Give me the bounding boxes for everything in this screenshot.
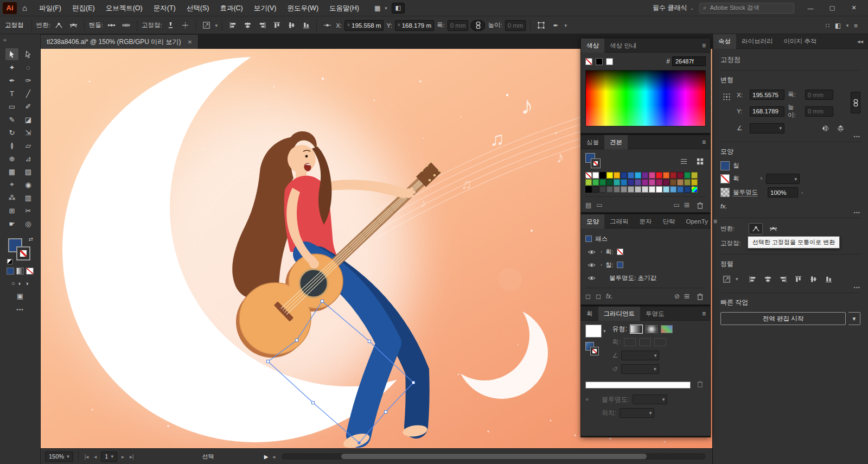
y-input[interactable]: ⇅168.179 m [395, 20, 434, 31]
fill-stroke-proxy[interactable] [585, 153, 602, 169]
swatch[interactable] [585, 179, 592, 186]
delete-swatch-icon[interactable] [694, 200, 706, 211]
swatch[interactable] [649, 179, 655, 186]
swatch[interactable] [691, 172, 698, 179]
align-bottom-icon[interactable] [823, 274, 835, 284]
caret-down-icon[interactable]: ▾ [603, 328, 606, 334]
link-dimensions-icon[interactable] [471, 20, 485, 31]
freeform-gradient-button[interactable] [661, 325, 673, 333]
swatch[interactable] [628, 172, 634, 179]
chevron-right-icon[interactable]: › [801, 190, 803, 195]
color-button[interactable] [7, 268, 14, 275]
more-options-icon[interactable]: ••• [854, 134, 860, 139]
stroke-along-button[interactable] [639, 338, 651, 346]
symbol-sprayer-tool[interactable]: ⁂ [5, 192, 18, 204]
stepper-icon[interactable]: ⇅ [347, 24, 350, 27]
white-swatch[interactable] [606, 58, 613, 65]
eye-icon[interactable] [585, 272, 597, 283]
swatch[interactable] [684, 186, 691, 193]
appearance-row-opacity[interactable]: 불투명도: 초기값 [585, 271, 706, 284]
height-input[interactable]: 0 mm [805, 106, 833, 117]
tab-색상[interactable]: 색상 [581, 39, 604, 53]
next-artboard-button[interactable]: ▸ [120, 454, 125, 460]
gradient-aspect-select[interactable]: ▾ [621, 364, 659, 374]
gradient-slider[interactable] [585, 382, 691, 389]
swatch[interactable] [599, 179, 606, 186]
stroke-within-button[interactable] [624, 338, 636, 346]
rotate-select[interactable]: ▾ [750, 123, 784, 134]
menu-파일(F)[interactable]: 파일(F) [34, 0, 67, 16]
stock-search-input[interactable]: ⌕ Adobe Stock 검색 [699, 3, 794, 14]
color-spectrum[interactable] [585, 70, 706, 126]
swatch[interactable] [642, 186, 648, 193]
swatch[interactable] [642, 172, 648, 179]
swatch[interactable] [607, 179, 613, 186]
paintbrush-tool[interactable]: ✐ [22, 100, 35, 112]
swatch[interactable] [670, 179, 676, 186]
swatch[interactable] [592, 179, 599, 186]
swatch[interactable] [635, 179, 641, 186]
align-center-icon[interactable] [762, 274, 774, 284]
gradient-angle-select[interactable]: ▾ [621, 351, 659, 360]
start-global-edit-button[interactable]: 전역 편집 시작 [720, 312, 846, 325]
panel-menu-icon[interactable]: ≡ [702, 310, 710, 317]
close-button[interactable]: ✕ [843, 0, 865, 16]
line-segment-tool[interactable]: ╱ [22, 87, 35, 99]
mesh-tool[interactable]: ▦ [5, 166, 18, 177]
delete-stop-icon[interactable] [694, 378, 706, 389]
align-right-icon[interactable] [256, 20, 268, 31]
width-input[interactable]: 0 mm [805, 90, 833, 100]
workspace-layout-icon[interactable]: ▦ [374, 4, 380, 12]
none-swatch[interactable] [585, 58, 592, 65]
quick-action-caret[interactable]: ▾ [848, 312, 860, 325]
swatch[interactable] [691, 186, 698, 193]
menu-편집(E)[interactable]: 편집(E) [67, 0, 100, 16]
eye-icon[interactable] [585, 246, 597, 257]
document-grid-icon[interactable]: ∷ [826, 22, 829, 29]
swatch[interactable] [670, 186, 676, 193]
swatch[interactable] [656, 179, 662, 186]
curvature-tool[interactable]: ✑ [22, 74, 35, 86]
new-fill-icon[interactable]: ◻ [596, 293, 601, 300]
tab-견본[interactable]: 견본 [604, 135, 628, 149]
menu-선택(S)[interactable]: 선택(S) [181, 0, 215, 16]
stop-opacity-select[interactable]: ▾ [633, 395, 667, 404]
tab-문자[interactable]: 문자 [634, 214, 658, 228]
maximize-button[interactable]: ▢ [821, 0, 843, 16]
new-color-group-icon[interactable]: ▭ [674, 201, 680, 209]
stroke-color-swatch[interactable] [16, 246, 30, 260]
panel-menu-icon[interactable]: ≡ [702, 42, 710, 49]
menu-윈도우(W)[interactable]: 윈도우(W) [282, 0, 324, 16]
fill-stroke-widget[interactable]: ⇄ [8, 238, 32, 263]
swatch[interactable] [607, 172, 613, 179]
swatch[interactable] [621, 179, 627, 186]
swatch[interactable] [677, 172, 684, 179]
draw-inside-icon[interactable]: ◑ [25, 280, 29, 287]
swatch[interactable] [599, 172, 606, 179]
horizontal-scrollbar[interactable] [282, 453, 706, 460]
control-panel-menu-icon[interactable]: ≡ [854, 22, 858, 29]
slice-tool[interactable]: ✂ [22, 205, 35, 217]
app-logo[interactable]: Ai [3, 2, 17, 14]
shape-builder-tool[interactable]: ⊕ [5, 152, 18, 164]
width-input[interactable]: 0 mm [448, 20, 469, 31]
rectangle-tool[interactable]: ▭ [5, 100, 18, 112]
scale-tool[interactable]: ⇲ [22, 126, 35, 138]
artboard-select[interactable]: 1▾ [101, 452, 117, 462]
swatch[interactable] [592, 186, 599, 193]
more-options-icon[interactable]: ••• [854, 285, 860, 290]
align-left-icon[interactable] [747, 274, 759, 284]
eyedropper-tool[interactable]: ⌖ [5, 179, 18, 190]
panel-menu-icon[interactable]: ≡ [702, 138, 710, 146]
gradient-button[interactable] [16, 268, 24, 275]
draw-normal-icon[interactable]: ○ [11, 280, 15, 287]
direct-selection-tool[interactable] [22, 48, 35, 60]
close-document-icon[interactable]: ✕ [188, 39, 192, 45]
fx-button[interactable]: fx. [720, 203, 727, 209]
type-tool[interactable]: T [5, 87, 18, 99]
artboard-tool[interactable]: ⊞ [5, 205, 18, 217]
fx-icon[interactable]: fx. [606, 293, 613, 300]
eye-icon[interactable] [585, 259, 597, 270]
align-top-icon[interactable] [271, 20, 283, 31]
gradient-fill-stroke-proxy[interactable] [585, 342, 599, 356]
